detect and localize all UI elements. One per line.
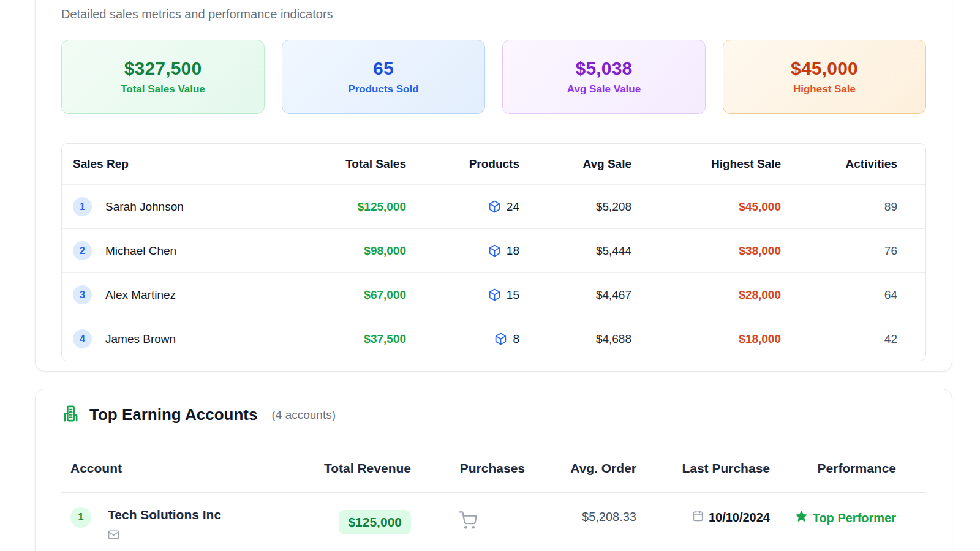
avg-sale-value: $4,688 [519, 332, 631, 346]
cart-icon [411, 493, 525, 530]
sales-performance-card: Detailed sales metrics and performance i… [35, 0, 952, 372]
stat-card-products-sold: 65 Products Sold [282, 40, 485, 114]
total-sales-value: $67,000 [314, 288, 406, 302]
package-icon [494, 332, 507, 345]
col-total-revenue: Total Revenue [295, 461, 411, 476]
stat-value: 65 [373, 58, 394, 79]
avg-sale-value: $5,444 [519, 244, 631, 258]
rep-name: James Brown [105, 332, 176, 346]
col-last-purchase: Last Purchase [636, 461, 770, 476]
building-icon [61, 404, 80, 425]
sales-rep-table: Sales Rep Total Sales Products Avg Sale … [61, 143, 926, 361]
rep-name: Sarah Johnson [105, 200, 184, 214]
total-sales-value: $37,500 [314, 332, 406, 346]
calendar-icon [692, 510, 704, 525]
stat-label: Total Sales Value [121, 83, 205, 96]
total-sales-value: $125,000 [314, 200, 406, 214]
avg-sale-value: $5,208 [519, 200, 631, 214]
account-row: 1 Tech Solutions Inc $125,000 $5,208.33 … [61, 493, 926, 543]
rep-name: Alex Martinez [105, 288, 176, 302]
rank-badge: 1 [70, 507, 91, 528]
col-sales-rep: Sales Rep [73, 157, 314, 171]
products-count: 18 [507, 244, 519, 258]
products-count: 8 [513, 332, 519, 346]
stat-card-highest-sale: $45,000 Highest Sale [723, 40, 926, 114]
envelope-icon [108, 529, 221, 543]
activities-count: 64 [781, 288, 897, 302]
package-icon [488, 288, 501, 301]
activities-count: 42 [781, 332, 897, 346]
stat-label: Avg Sale Value [567, 83, 641, 96]
stat-value: $327,500 [124, 58, 202, 79]
highest-sale-value: $18,000 [631, 332, 781, 346]
col-activities: Activities [781, 157, 897, 171]
stat-value: $5,038 [576, 58, 633, 79]
accounts-section-header: Top Earning Accounts (4 accounts) [61, 404, 926, 425]
last-purchase-date: 10/10/2024 [709, 511, 770, 525]
col-avg-sale: Avg Sale [519, 157, 631, 171]
table-row: 3 Alex Martinez $67,000 15 $4,467 $28,00… [62, 272, 925, 317]
rank-badge: 3 [73, 285, 92, 304]
col-avg-order: Avg. Order [525, 461, 636, 476]
col-performance: Performance [770, 461, 896, 476]
table-row: 4 James Brown $37,500 8 $4,688 $18,000 4… [62, 317, 925, 361]
table-row: 2 Michael Chen $98,000 18 $5,444 $38,000… [62, 228, 925, 272]
stat-label: Highest Sale [793, 83, 856, 96]
col-highest-sale: Highest Sale [631, 157, 781, 171]
section-title: Top Earning Accounts [89, 405, 257, 424]
rank-badge: 2 [73, 241, 92, 260]
package-icon [488, 244, 501, 257]
products-count: 24 [507, 200, 519, 214]
package-icon [488, 200, 501, 213]
page-subtitle: Detailed sales metrics and performance i… [61, 7, 926, 21]
col-products: Products [406, 157, 519, 171]
stat-card-total-sales: $327,500 Total Sales Value [61, 40, 265, 114]
highest-sale-value: $45,000 [631, 200, 781, 214]
col-purchases: Purchases [411, 461, 525, 476]
avg-sale-value: $4,467 [519, 288, 631, 302]
activities-count: 76 [781, 244, 897, 258]
col-total-sales: Total Sales [314, 157, 406, 171]
rep-name: Michael Chen [105, 244, 176, 258]
stat-value: $45,000 [791, 58, 858, 79]
col-account: Account [70, 461, 295, 476]
stat-cards-row: $327,500 Total Sales Value 65 Products S… [61, 40, 926, 114]
avg-order-value: $5,208.33 [525, 493, 636, 524]
rank-badge: 4 [73, 329, 92, 348]
top-earning-accounts-card: Top Earning Accounts (4 accounts) Accoun… [35, 389, 952, 551]
star-icon [795, 510, 808, 526]
highest-sale-value: $28,000 [631, 288, 781, 302]
table-row: 1 Sarah Johnson $125,000 24 $5,208 $45,0… [62, 184, 925, 228]
account-name: Tech Solutions Inc [108, 507, 221, 523]
sales-rep-table-header: Sales Rep Total Sales Products Avg Sale … [62, 144, 925, 184]
total-revenue-pill: $125,000 [339, 510, 411, 534]
performance-badge: Top Performer [813, 511, 896, 525]
accounts-count: (4 accounts) [271, 408, 336, 422]
highest-sale-value: $38,000 [631, 244, 781, 258]
stat-label: Products Sold [348, 83, 418, 96]
stat-card-avg-sale: $5,038 Avg Sale Value [502, 40, 706, 114]
accounts-table-header: Account Total Revenue Purchases Avg. Ord… [61, 444, 926, 493]
products-count: 15 [507, 288, 519, 302]
total-sales-value: $98,000 [314, 244, 406, 258]
rank-badge: 1 [73, 197, 92, 216]
activities-count: 89 [781, 200, 897, 214]
